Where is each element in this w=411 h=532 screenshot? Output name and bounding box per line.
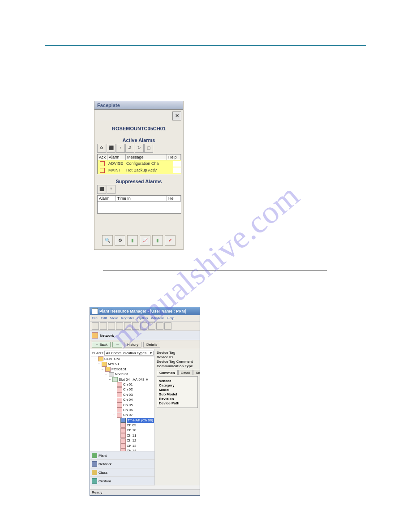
det-model: Model (159, 388, 196, 392)
active-alarms-toolbar: ✿ ⬛ ↕ ⇵ ↻ ▢ (97, 144, 180, 153)
det-category: Category (159, 383, 196, 387)
statusbar: Ready (90, 489, 200, 495)
tree-channel[interactable]: Ch 05 (91, 403, 154, 408)
header-rule (45, 45, 366, 46)
tree-channel[interactable]: Ch 13 (91, 443, 154, 448)
menu-register[interactable]: Register (121, 316, 134, 320)
prm-menu: File Edit View Register Option Window He… (90, 315, 200, 322)
nav-fwd-button[interactable]: → (112, 342, 122, 348)
det-revision: Revision (159, 397, 196, 401)
books-icon[interactable]: ▮ (127, 235, 138, 246)
tree-channel[interactable]: Ch 09 (91, 423, 154, 428)
tb-btn[interactable]: ✿ (97, 144, 106, 153)
side-network[interactable]: Network (90, 460, 154, 468)
active-alarms-label: Active Alarms (97, 137, 180, 143)
menu-window[interactable]: Window (151, 316, 163, 320)
tree-node-item[interactable]: −Node 01 (91, 372, 154, 377)
side-custom[interactable]: Custom (90, 477, 154, 485)
alarm-row[interactable]: ADVISE Configuration Cha (98, 160, 181, 167)
tree-channel[interactable]: Ch 04 (91, 397, 154, 402)
tab-common[interactable]: Common (157, 370, 178, 375)
tb-btn[interactable]: ⬛ (97, 185, 106, 194)
tb-icon[interactable] (92, 322, 99, 330)
tb-icon[interactable] (156, 322, 163, 330)
library-icon[interactable]: ▮ (152, 235, 163, 246)
tree-channel[interactable]: TT-HAF (Ch 08) (91, 418, 154, 423)
filter-select[interactable]: All Communication Types▾ (104, 351, 154, 356)
tb-icon[interactable] (148, 322, 155, 330)
tree-channel[interactable]: −Ch 07 (91, 412, 154, 417)
tb-btn[interactable]: ⇵ (125, 144, 134, 153)
tree-channel[interactable]: Ch 10 (91, 428, 154, 433)
tb-icon[interactable] (124, 322, 131, 330)
tree-domain[interactable]: −MYPJT (91, 361, 154, 366)
menu-option[interactable]: Option (137, 316, 148, 320)
col-ack[interactable]: Ack (98, 154, 107, 160)
config-icon[interactable]: ⚙ (115, 235, 125, 246)
tb-btn[interactable]: ▢ (144, 144, 153, 153)
nav-back-button[interactable]: ← Back (92, 342, 111, 348)
tab-setting[interactable]: Settin (193, 370, 200, 375)
alarm-row[interactable]: MAINT Hot Backup Activ (98, 167, 181, 174)
filter-plant-label: PLANT (92, 351, 103, 355)
tb-btn[interactable]: ⬛ (107, 144, 116, 153)
col-message[interactable]: Message (126, 154, 167, 160)
tb-btn[interactable]: ↻ (135, 144, 144, 153)
tree-slot[interactable]: −Slot 04 - AAI543-H (91, 377, 154, 382)
ack-checkbox[interactable] (100, 161, 105, 166)
tree-channel[interactable]: Ch 12 (91, 438, 154, 443)
tree-fcs[interactable]: −FCS0101 (91, 367, 154, 372)
separator (103, 270, 327, 270)
suppressed-alarms-table: Alarm Time In Hel (97, 195, 181, 214)
tree-channel[interactable]: Ch 03 (91, 392, 154, 397)
menu-view[interactable]: View (110, 316, 118, 320)
close-button[interactable]: ✕ (172, 112, 181, 120)
tb-icon[interactable] (116, 322, 123, 330)
ack-checkbox[interactable] (100, 168, 105, 173)
col-alarm[interactable]: Alarm (98, 196, 116, 201)
field-comm-type: Communication Type (157, 364, 193, 368)
tb-btn[interactable]: ↕ (116, 144, 125, 153)
menu-edit[interactable]: Edit (101, 316, 107, 320)
network-icon (92, 332, 98, 339)
tb-icon[interactable] (132, 322, 139, 330)
faceplate-window: Faceplate ✕ ROSEMOUNTC05CH01 Active Alar… (94, 101, 184, 250)
device-tag: ROSEMOUNTC05CH01 (97, 126, 180, 131)
tree-root[interactable]: −CENTUM (91, 356, 154, 361)
suppressed-toolbar: ⬛ ? (97, 185, 180, 194)
prm-right-pane: Device Tag Device ID Device Tag Comment … (155, 349, 200, 485)
tb-icon[interactable] (140, 322, 147, 330)
det-devicepath: Device Path (159, 401, 196, 405)
side-plant[interactable]: Plant (90, 451, 154, 460)
tree-channel[interactable]: Ch 06 (91, 408, 154, 412)
tab-detail[interactable]: Detail (178, 370, 193, 375)
col-alarm[interactable]: Alarm (107, 154, 126, 160)
chart-icon[interactable]: 📈 (140, 235, 150, 246)
menu-file[interactable]: File (92, 316, 98, 320)
tb-icon[interactable] (100, 322, 107, 330)
col-time-in[interactable]: Time In (116, 196, 167, 201)
prm-title-text: Plant Resource Manager - [User Name : PR… (99, 309, 186, 313)
det-submodel: Sub Model (159, 392, 196, 396)
field-device-id: Device ID (157, 355, 173, 359)
side-class[interactable]: Class (90, 468, 154, 477)
prm-tree: PLANT All Communication Types▾ −CENTUM −… (90, 349, 155, 485)
menu-help[interactable]: Help (167, 316, 174, 320)
tb-icon[interactable] (164, 322, 171, 330)
search-icon[interactable]: 🔍 (102, 235, 113, 246)
nav-details-button[interactable]: Details (143, 342, 160, 348)
col-help[interactable]: Help (167, 154, 181, 160)
nav-history-button[interactable]: History (124, 342, 141, 348)
field-device-tag-comment: Device Tag Comment (157, 360, 193, 364)
prm-titlebar: Plant Resource Manager - [User Name : PR… (90, 307, 200, 315)
network-tab-label[interactable]: Network (100, 334, 114, 338)
check-icon[interactable]: ✔ (165, 235, 176, 246)
active-alarms-table: Ack Alarm Message Help ADVISE Configurat… (97, 154, 181, 174)
tree-channel[interactable]: Ch 11 (91, 433, 154, 438)
tb-btn[interactable]: ? (107, 185, 116, 194)
tb-icon[interactable] (108, 322, 115, 330)
col-help[interactable]: Hel (167, 196, 181, 201)
tree-channel[interactable]: Ch 01 (91, 382, 154, 387)
tree-channel[interactable]: Ch 02 (91, 387, 154, 392)
det-vendor: Vendor (159, 379, 196, 383)
